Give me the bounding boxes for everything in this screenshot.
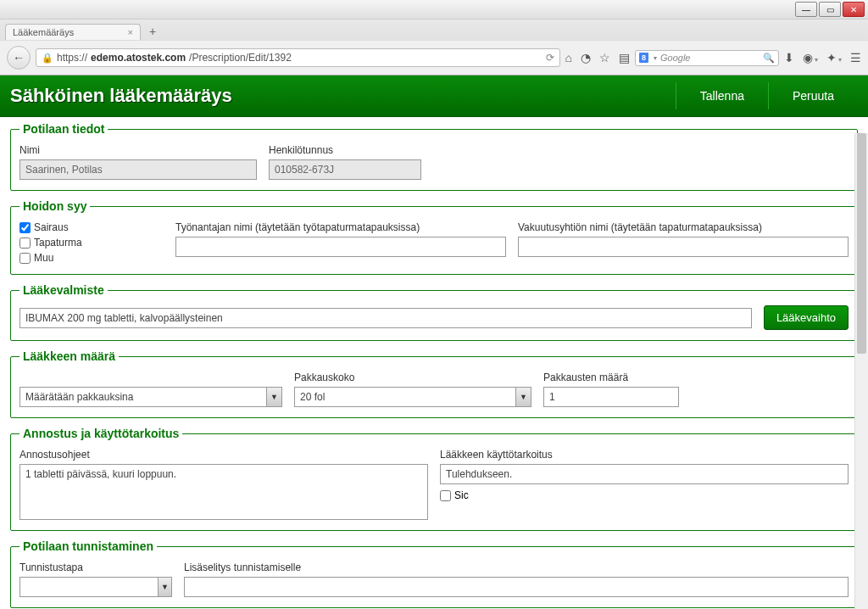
treatment-reason-section: Hoidon syy Sairaus Tapaturma Muu Työnant… xyxy=(10,199,858,275)
employer-label: Työnantajan nimi (täytetään työtapaturma… xyxy=(175,221,506,233)
menu-icon[interactable]: ☰ xyxy=(850,51,861,64)
dosage-instr-label: Annostusohjeet xyxy=(19,449,428,461)
cancel-button[interactable]: Peruuta xyxy=(768,82,858,109)
lock-icon: 🔒 xyxy=(42,53,53,64)
vertical-scrollbar[interactable]: ▲ ▼ xyxy=(854,133,868,609)
tools-icon[interactable]: ✦▾ xyxy=(826,51,842,64)
drug-swap-button[interactable]: Lääkevaihto xyxy=(764,305,849,330)
accident-checkbox-row[interactable]: Tapaturma xyxy=(19,237,164,249)
tab-bar: Lääkemääräys × + xyxy=(0,20,868,40)
identify-legend: Potilaan tunnistaminen xyxy=(19,539,157,553)
patient-name-field xyxy=(19,159,257,180)
sic-label: Sic xyxy=(454,489,469,501)
address-bar[interactable]: 🔒 https://edemo.atostek.com/Prescription… xyxy=(36,48,560,67)
patient-info-section: Potilaan tiedot Nimi Henkilötunnus xyxy=(10,122,858,191)
save-button[interactable]: Tallenna xyxy=(676,82,768,109)
url-toolbar: ← 🔒 https://edemo.atostek.com/Prescripti… xyxy=(0,40,868,75)
identify-method-label: Tunnistustapa xyxy=(19,562,172,573)
chevron-down-icon[interactable]: ▼ xyxy=(267,387,282,407)
addon-icon[interactable]: ◉▾ xyxy=(803,51,818,64)
dosage-section: Annostus ja käyttötarkoitus Annostusohje… xyxy=(10,427,858,531)
tab-title: Lääkemääräys xyxy=(13,27,74,37)
pack-count-label: Pakkausten määrä xyxy=(543,372,679,383)
identify-extra-input[interactable] xyxy=(184,577,849,597)
close-tab-icon[interactable]: × xyxy=(128,27,133,37)
window-close-button[interactable]: ✕ xyxy=(843,2,865,17)
sic-checkbox-row[interactable]: Sic xyxy=(440,489,849,501)
drug-section: Lääkevalmiste Lääkevaihto xyxy=(10,283,858,341)
search-engine-badge: 8 xyxy=(639,53,648,63)
reader-icon[interactable]: ▤ xyxy=(619,51,630,64)
patient-name-label: Nimi xyxy=(19,144,257,156)
page-header: Sähköinen lääkemääräys Tallenna Peruuta xyxy=(0,75,868,117)
patient-ssn-label: Henkilötunnus xyxy=(269,144,421,156)
url-path: /Prescription/Edit/1392 xyxy=(189,52,292,64)
pack-size-select[interactable] xyxy=(294,387,516,407)
sic-checkbox[interactable] xyxy=(440,490,451,501)
drug-legend: Lääkevalmiste xyxy=(19,283,108,297)
amount-mode-select[interactable] xyxy=(19,387,267,407)
patient-legend: Potilaan tiedot xyxy=(19,122,108,136)
patient-ssn-field xyxy=(269,159,421,180)
browser-chrome: Lääkemääräys × + ← 🔒 https://edemo.atost… xyxy=(0,20,868,75)
pack-size-label: Pakkauskoko xyxy=(294,372,531,383)
reason-legend: Hoidon syy xyxy=(19,199,90,213)
page-title: Sähköinen lääkemääräys xyxy=(10,85,676,107)
sickness-checkbox-row[interactable]: Sairaus xyxy=(19,221,164,233)
drug-amount-section: Lääkkeen määrä ▼ Pakkauskoko ▼ xyxy=(10,349,858,418)
window-maximize-button[interactable]: ▭ xyxy=(819,2,841,17)
scroll-thumb[interactable] xyxy=(857,133,866,354)
identify-method-select[interactable] xyxy=(19,577,159,597)
home-icon[interactable]: ⌂ xyxy=(565,51,572,64)
other-checkbox[interactable] xyxy=(19,253,31,264)
chevron-down-icon[interactable]: ▼ xyxy=(516,387,531,407)
reload-icon[interactable]: ⟳ xyxy=(546,52,554,64)
search-placeholder: Google xyxy=(660,53,690,63)
drug-name-input[interactable] xyxy=(19,308,752,328)
insurance-label: Vakuutusyhtiön nimi (täytetään tapaturma… xyxy=(518,221,849,233)
download-icon[interactable]: ⬇ xyxy=(784,51,794,64)
dosage-purpose-label: Lääkkeen käyttötarkoitus xyxy=(440,449,849,461)
window-minimize-button[interactable]: — xyxy=(795,2,817,17)
accident-checkbox[interactable] xyxy=(19,237,31,249)
accident-label: Tapaturma xyxy=(34,237,82,249)
dosage-purpose-input[interactable] xyxy=(440,464,849,484)
amount-legend: Lääkkeen määrä xyxy=(19,349,119,363)
form-content: Potilaan tiedot Nimi Henkilötunnus Hoido… xyxy=(0,117,868,609)
sickness-checkbox[interactable] xyxy=(19,222,31,233)
sickness-label: Sairaus xyxy=(34,221,69,233)
url-host: edemo.atostek.com xyxy=(91,52,186,64)
search-icon[interactable]: 🔍 xyxy=(763,53,775,64)
pack-count-input[interactable] xyxy=(543,387,679,407)
employer-input[interactable] xyxy=(175,237,506,257)
identify-section: Potilaan tunnistaminen Tunnistustapa ▼ L… xyxy=(10,539,858,608)
other-checkbox-row[interactable]: Muu xyxy=(19,252,164,264)
new-tab-button[interactable]: + xyxy=(144,23,161,40)
back-button[interactable]: ← xyxy=(7,46,31,70)
other-label: Muu xyxy=(34,252,53,264)
dosage-instr-textarea[interactable]: 1 tabletti päivässä, kuuri loppuun. xyxy=(19,464,428,520)
chevron-down-icon[interactable]: ▾ xyxy=(654,54,657,62)
identify-extra-label: Lisäselitys tunnistamiselle xyxy=(184,562,849,573)
insurance-input[interactable] xyxy=(518,237,849,257)
history-icon[interactable]: ◔ xyxy=(581,51,591,64)
dosage-legend: Annostus ja käyttötarkoitus xyxy=(19,427,182,440)
search-box[interactable]: 8▾ Google 🔍 xyxy=(635,50,779,66)
bookmark-star-icon[interactable]: ☆ xyxy=(599,51,610,64)
chevron-down-icon[interactable]: ▼ xyxy=(159,577,172,597)
window-titlebar: — ▭ ✕ xyxy=(0,0,868,20)
browser-tab[interactable]: Lääkemääräys × xyxy=(5,24,141,40)
url-scheme: https:// xyxy=(57,52,87,64)
